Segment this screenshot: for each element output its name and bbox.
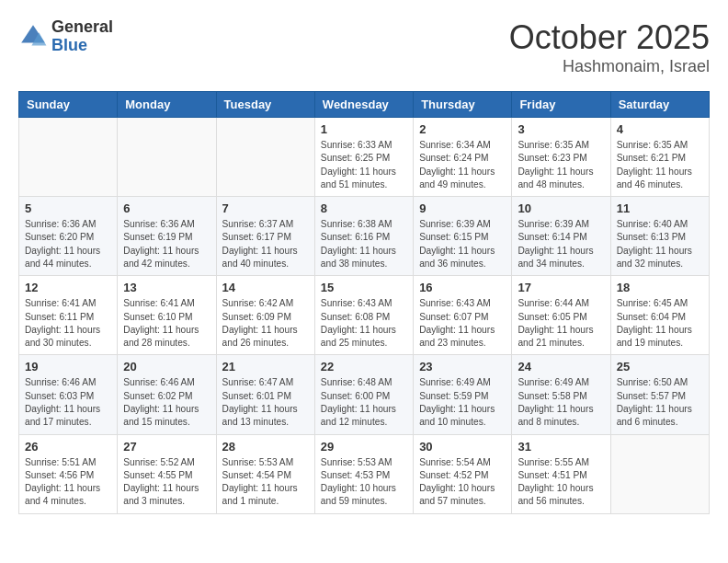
- day-number: 19: [25, 360, 111, 373]
- day-number: 23: [419, 360, 506, 373]
- day-number: 11: [617, 201, 703, 215]
- logo: General Blue: [18, 18, 113, 55]
- day-number: 2: [419, 122, 506, 136]
- day-info: Sunrise: 6:36 AM Sunset: 6:20 PM Dayligh…: [25, 218, 111, 270]
- day-info: Sunrise: 6:39 AM Sunset: 6:15 PM Dayligh…: [419, 218, 506, 270]
- day-info: Sunrise: 5:55 AM Sunset: 4:51 PM Dayligh…: [518, 456, 604, 509]
- day-number: 17: [518, 281, 604, 294]
- weekday-header-tuesday: Tuesday: [216, 92, 314, 118]
- day-info: Sunrise: 6:35 AM Sunset: 6:23 PM Dayligh…: [518, 139, 604, 191]
- calendar-cell: 3Sunrise: 6:35 AM Sunset: 6:23 PM Daylig…: [512, 118, 610, 197]
- day-number: 15: [321, 281, 407, 294]
- day-number: 30: [419, 440, 506, 454]
- day-number: 8: [321, 201, 407, 215]
- day-number: 10: [518, 201, 604, 215]
- day-number: 18: [617, 281, 703, 294]
- calendar-cell: 17Sunrise: 6:44 AM Sunset: 6:05 PM Dayli…: [512, 276, 610, 355]
- title-block: October 2025 Hashmonaim, Israel: [509, 18, 710, 76]
- calendar-cell: 28Sunrise: 5:53 AM Sunset: 4:54 PM Dayli…: [216, 434, 314, 513]
- calendar-cell: 16Sunrise: 6:43 AM Sunset: 6:07 PM Dayli…: [414, 276, 512, 355]
- calendar-cell: 11Sunrise: 6:40 AM Sunset: 6:13 PM Dayli…: [610, 197, 709, 276]
- weekday-header-wednesday: Wednesday: [314, 92, 413, 118]
- day-number: 21: [222, 360, 309, 373]
- calendar-week-3: 12Sunrise: 6:41 AM Sunset: 6:11 PM Dayli…: [19, 276, 710, 355]
- day-number: 20: [123, 360, 210, 373]
- day-info: Sunrise: 6:36 AM Sunset: 6:19 PM Dayligh…: [123, 218, 210, 270]
- day-info: Sunrise: 6:34 AM Sunset: 6:24 PM Dayligh…: [419, 139, 506, 191]
- calendar-week-5: 26Sunrise: 5:51 AM Sunset: 4:56 PM Dayli…: [19, 434, 710, 513]
- day-number: 25: [617, 360, 703, 373]
- weekday-header-monday: Monday: [118, 92, 216, 118]
- calendar-cell: [118, 118, 216, 197]
- logo-icon: [18, 22, 48, 52]
- calendar-cell: 8Sunrise: 6:38 AM Sunset: 6:16 PM Daylig…: [314, 197, 413, 276]
- day-info: Sunrise: 6:48 AM Sunset: 6:00 PM Dayligh…: [321, 376, 407, 429]
- day-info: Sunrise: 6:39 AM Sunset: 6:14 PM Dayligh…: [518, 218, 604, 270]
- calendar-cell: 21Sunrise: 6:47 AM Sunset: 6:01 PM Dayli…: [216, 355, 314, 434]
- day-number: 22: [321, 360, 407, 373]
- calendar-cell: 9Sunrise: 6:39 AM Sunset: 6:15 PM Daylig…: [414, 197, 512, 276]
- day-number: 28: [222, 440, 309, 454]
- calendar-week-4: 19Sunrise: 6:46 AM Sunset: 6:03 PM Dayli…: [19, 355, 710, 434]
- day-number: 3: [518, 122, 604, 136]
- calendar-cell: 23Sunrise: 6:49 AM Sunset: 5:59 PM Dayli…: [414, 355, 512, 434]
- day-info: Sunrise: 5:53 AM Sunset: 4:53 PM Dayligh…: [321, 456, 407, 509]
- day-info: Sunrise: 6:43 AM Sunset: 6:08 PM Dayligh…: [321, 297, 407, 350]
- day-number: 16: [419, 281, 506, 294]
- day-info: Sunrise: 5:54 AM Sunset: 4:52 PM Dayligh…: [419, 456, 506, 509]
- day-info: Sunrise: 6:49 AM Sunset: 5:58 PM Dayligh…: [518, 376, 604, 429]
- calendar-cell: 1Sunrise: 6:33 AM Sunset: 6:25 PM Daylig…: [314, 118, 413, 197]
- calendar-week-1: 1Sunrise: 6:33 AM Sunset: 6:25 PM Daylig…: [19, 118, 710, 197]
- calendar-header: SundayMondayTuesdayWednesdayThursdayFrid…: [19, 92, 710, 118]
- month-title: October 2025: [509, 18, 710, 57]
- day-info: Sunrise: 6:46 AM Sunset: 6:02 PM Dayligh…: [123, 376, 210, 429]
- calendar-cell: 10Sunrise: 6:39 AM Sunset: 6:14 PM Dayli…: [512, 197, 610, 276]
- calendar-cell: [19, 118, 118, 197]
- day-info: Sunrise: 6:44 AM Sunset: 6:05 PM Dayligh…: [518, 297, 604, 350]
- day-info: Sunrise: 6:40 AM Sunset: 6:13 PM Dayligh…: [617, 218, 703, 270]
- calendar-cell: 25Sunrise: 6:50 AM Sunset: 5:57 PM Dayli…: [610, 355, 709, 434]
- logo-blue-text: Blue: [51, 37, 113, 55]
- day-info: Sunrise: 6:33 AM Sunset: 6:25 PM Dayligh…: [321, 139, 407, 191]
- calendar-cell: 22Sunrise: 6:48 AM Sunset: 6:00 PM Dayli…: [314, 355, 413, 434]
- logo-text: General Blue: [51, 18, 113, 55]
- day-number: 1: [321, 122, 407, 136]
- calendar-cell: 29Sunrise: 5:53 AM Sunset: 4:53 PM Dayli…: [314, 434, 413, 513]
- calendar-cell: 30Sunrise: 5:54 AM Sunset: 4:52 PM Dayli…: [414, 434, 512, 513]
- calendar-cell: 15Sunrise: 6:43 AM Sunset: 6:08 PM Dayli…: [314, 276, 413, 355]
- day-info: Sunrise: 6:46 AM Sunset: 6:03 PM Dayligh…: [25, 376, 111, 429]
- day-number: 12: [25, 281, 111, 294]
- calendar-cell: 24Sunrise: 6:49 AM Sunset: 5:58 PM Dayli…: [512, 355, 610, 434]
- page-header: General Blue October 2025 Hashmonaim, Is…: [18, 18, 710, 76]
- weekday-header-saturday: Saturday: [610, 92, 709, 118]
- day-number: 26: [25, 440, 111, 454]
- calendar-cell: 26Sunrise: 5:51 AM Sunset: 4:56 PM Dayli…: [19, 434, 118, 513]
- day-number: 13: [123, 281, 210, 294]
- day-info: Sunrise: 6:38 AM Sunset: 6:16 PM Dayligh…: [321, 218, 407, 270]
- calendar-cell: [216, 118, 314, 197]
- day-number: 24: [518, 360, 604, 373]
- weekday-header-sunday: Sunday: [19, 92, 118, 118]
- calendar-cell: 7Sunrise: 6:37 AM Sunset: 6:17 PM Daylig…: [216, 197, 314, 276]
- calendar-cell: [610, 434, 709, 513]
- day-number: 7: [222, 201, 309, 215]
- day-info: Sunrise: 5:51 AM Sunset: 4:56 PM Dayligh…: [25, 456, 111, 509]
- calendar-cell: 6Sunrise: 6:36 AM Sunset: 6:19 PM Daylig…: [118, 197, 216, 276]
- day-number: 14: [222, 281, 309, 294]
- weekday-header-thursday: Thursday: [414, 92, 512, 118]
- calendar-cell: 2Sunrise: 6:34 AM Sunset: 6:24 PM Daylig…: [414, 118, 512, 197]
- day-number: 5: [25, 201, 111, 215]
- calendar-cell: 5Sunrise: 6:36 AM Sunset: 6:20 PM Daylig…: [19, 197, 118, 276]
- calendar-cell: 13Sunrise: 6:41 AM Sunset: 6:10 PM Dayli…: [118, 276, 216, 355]
- logo-general-text: General: [51, 18, 113, 37]
- day-info: Sunrise: 6:50 AM Sunset: 5:57 PM Dayligh…: [617, 376, 703, 429]
- day-info: Sunrise: 6:49 AM Sunset: 5:59 PM Dayligh…: [419, 376, 506, 429]
- calendar-week-2: 5Sunrise: 6:36 AM Sunset: 6:20 PM Daylig…: [19, 197, 710, 276]
- day-number: 27: [123, 440, 210, 454]
- day-number: 6: [123, 201, 210, 215]
- weekday-header-row: SundayMondayTuesdayWednesdayThursdayFrid…: [19, 92, 710, 118]
- calendar-cell: 31Sunrise: 5:55 AM Sunset: 4:51 PM Dayli…: [512, 434, 610, 513]
- calendar-cell: 20Sunrise: 6:46 AM Sunset: 6:02 PM Dayli…: [118, 355, 216, 434]
- calendar-cell: 14Sunrise: 6:42 AM Sunset: 6:09 PM Dayli…: [216, 276, 314, 355]
- location-title: Hashmonaim, Israel: [509, 57, 710, 76]
